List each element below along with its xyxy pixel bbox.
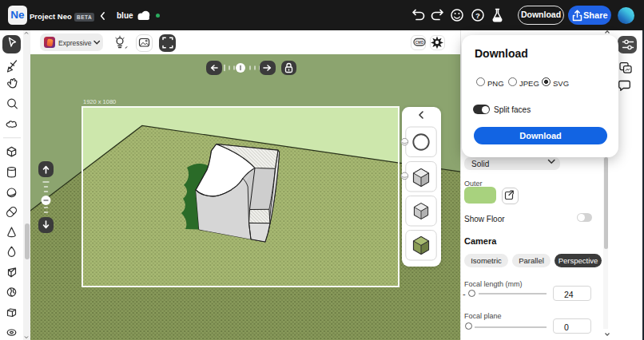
svg-text:CMD: CMD	[415, 41, 424, 45]
svg-text:?: ?	[475, 11, 480, 20]
svg-text:1920 x 1080: 1920 x 1080	[83, 98, 116, 105]
